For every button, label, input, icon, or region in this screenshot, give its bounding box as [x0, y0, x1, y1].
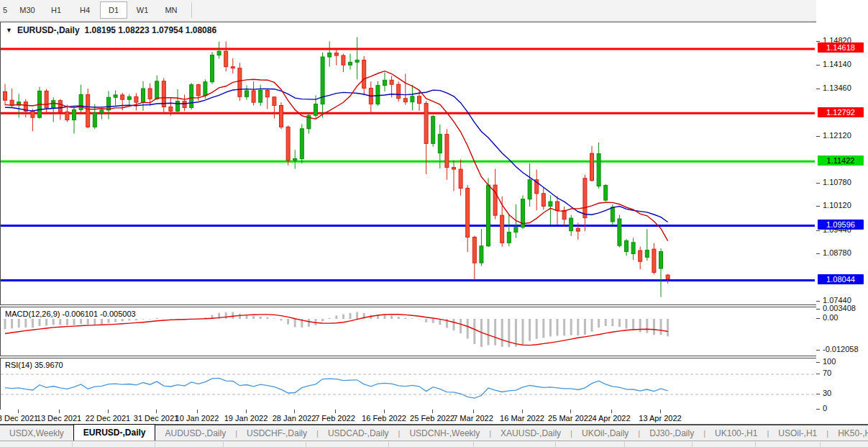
status-divider	[388, 442, 389, 447]
candle	[528, 180, 531, 199]
axis-tick	[816, 253, 820, 254]
date-tick	[432, 410, 433, 413]
status-divider	[820, 442, 821, 447]
price-level-badge-1.12792: 1.12792	[818, 107, 864, 117]
rsi-tick-label: 70	[823, 369, 831, 377]
candle	[190, 85, 193, 108]
symbol-dropdown-icon[interactable]: ▼	[6, 27, 12, 34]
date-tick	[294, 410, 295, 413]
timeframe-button-d1[interactable]: D1	[100, 1, 127, 19]
candle	[217, 51, 221, 55]
axis-tick	[816, 65, 820, 66]
candle	[362, 60, 366, 88]
price-axis: 1.148201.141401.134601.121201.107801.101…	[816, 0, 868, 424]
candle	[73, 109, 76, 119]
timeframe-button-w1[interactable]: W1	[129, 1, 156, 19]
axis-tick	[816, 41, 820, 42]
candle	[342, 55, 345, 65]
date-tick	[522, 410, 523, 413]
candle	[231, 67, 234, 68]
timeframe-button-h1[interactable]: H1	[42, 1, 70, 19]
price-level-badge-1.08044: 1.08044	[818, 274, 864, 284]
date-tick	[59, 410, 60, 413]
price-tick-label: 1.10120	[823, 201, 851, 209]
axis-tick	[816, 230, 820, 231]
chart-tab-eurusd-daily[interactable]: EURUSD-,Daily	[73, 424, 156, 441]
candle	[293, 158, 297, 160]
date-tick	[108, 410, 109, 413]
candle	[472, 237, 476, 263]
timeframe-button-mn[interactable]: MN	[157, 1, 185, 19]
status-divider	[624, 442, 625, 447]
macd-tick-label: 0.003408	[823, 304, 856, 312]
candle	[176, 101, 180, 112]
macd-panel[interactable]: MACD(12,26,9) -0.006101 -0.005003	[0, 307, 817, 356]
candle	[65, 112, 69, 119]
date-axis: 3 Dec 202113 Dec 202122 Dec 202131 Dec 2…	[0, 410, 816, 424]
candle	[397, 84, 401, 99]
chart-tab-usdcnh-weekly[interactable]: USDCNH-,Weekly	[400, 425, 489, 441]
price-chart-panel[interactable]: ▼ EURUSD-,Daily 1.08195 1.08223 1.07954 …	[0, 22, 817, 305]
price-level-badge-1.09596: 1.09596	[818, 220, 864, 230]
candle	[10, 100, 14, 105]
candle	[349, 62, 352, 65]
date-tick	[156, 410, 157, 413]
rsi-label: RSI(14) 35.9670	[5, 361, 63, 369]
candle	[204, 82, 207, 96]
toolbar-separator	[191, 2, 192, 18]
chart-tab-dj30-daily[interactable]: DJ30-,Daily	[640, 425, 703, 441]
candle	[383, 80, 387, 85]
candle	[645, 250, 649, 258]
candle	[93, 113, 96, 127]
candle	[300, 129, 303, 159]
candle	[58, 101, 62, 112]
chart-tab-audusd-daily[interactable]: AUDUSD-,Daily	[155, 425, 235, 441]
date-tick	[18, 410, 19, 413]
status-divider	[755, 442, 756, 447]
chart-symbol-label: EURUSD-,Daily	[17, 25, 80, 35]
candle	[334, 53, 338, 55]
chart-tab-usoil-h1[interactable]: USOil-,H1	[769, 425, 826, 441]
status-divider	[692, 442, 693, 447]
chart-tab-uk100-h1[interactable]: UK100-,H1	[705, 425, 767, 441]
candle	[493, 185, 497, 215]
chart-tab-ukoil-daily[interactable]: UKOil-,Daily	[572, 425, 638, 441]
axis-tick	[816, 309, 820, 310]
timeframe-button-m30[interactable]: M30	[14, 1, 41, 19]
candle	[183, 101, 186, 108]
mt4-window: 5M30H1H4D1W1MN ▼ EURUSD-,Daily 1.08195 1…	[0, 0, 868, 447]
candle	[403, 99, 407, 102]
axis-tick	[816, 374, 820, 374]
candle	[196, 85, 200, 96]
chart-tab-usdx-weekly[interactable]: USDX,Weekly	[0, 425, 73, 441]
axis-tick	[816, 136, 820, 137]
chart-tab-xauusd-daily[interactable]: XAUUSD-,Daily	[491, 425, 570, 441]
rsi-chart[interactable]	[1, 358, 815, 408]
macd-tick-label: -0.012058	[823, 345, 859, 353]
status-divider	[155, 442, 155, 447]
chart-tab-hk50-h1[interactable]: HK50-,H1	[828, 425, 868, 441]
macd-label: MACD(12,26,9) -0.006101 -0.005003	[5, 310, 136, 318]
candlestick-chart[interactable]	[1, 22, 815, 303]
candle	[259, 91, 262, 103]
chart-tab-usdcad-daily[interactable]: USDCAD-,Daily	[319, 425, 398, 441]
candle	[631, 243, 635, 254]
candle	[134, 96, 138, 102]
chart-tab-usdchf-daily[interactable]: USDCHF-,Daily	[237, 425, 316, 441]
rsi-panel[interactable]: RSI(14) 35.9670	[0, 358, 817, 410]
timeframe-button-5[interactable]: 5	[1, 1, 12, 19]
date-tick	[570, 410, 571, 413]
candle	[590, 153, 594, 181]
price-tick-label: 1.13460	[823, 83, 851, 92]
candle	[487, 185, 490, 246]
price-level-badge-1.14618: 1.14618	[818, 42, 864, 53]
candle	[328, 53, 332, 57]
date-tick	[660, 410, 661, 413]
candle	[121, 95, 124, 99]
timeframe-button-h4[interactable]: H4	[71, 1, 99, 19]
candle	[280, 106, 283, 127]
candle	[501, 215, 504, 243]
axis-tick	[816, 350, 820, 351]
candle	[142, 89, 145, 102]
chart-ohlc-values: 1.08195 1.08223 1.07954 1.08086	[85, 25, 217, 35]
